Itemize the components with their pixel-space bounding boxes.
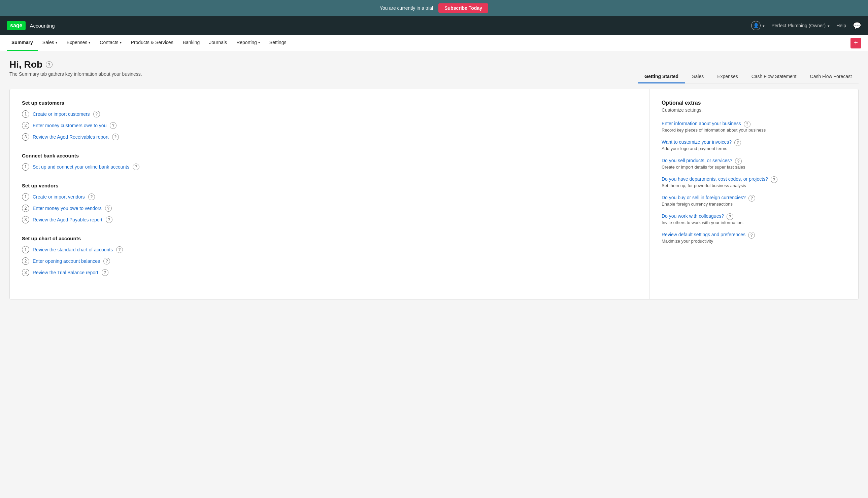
tab-cash-flow-statement[interactable]: Cash Flow Statement [745,70,803,83]
help-icon-chart-accounts[interactable]: ? [116,246,123,253]
help-link[interactable]: Help [836,23,846,28]
link-customize-invoices[interactable]: Want to customize your invoices? [662,139,731,145]
nav-item-expenses[interactable]: Expenses ▾ [62,35,95,51]
user-area[interactable]: 👤 [751,21,765,30]
link-colleagues[interactable]: Do you work with colleagues? [662,213,724,219]
title-help-icon[interactable]: ? [46,61,53,68]
tab-getting-started[interactable]: Getting Started [638,70,685,83]
link-sell-products[interactable]: Do you sell products, or services? [662,158,732,163]
link-business-info[interactable]: Enter information about your business [662,121,741,126]
section-title-vendors: Set up vendors [22,183,637,188]
app-name: Accounting [30,23,54,29]
reporting-chevron: ▾ [258,41,260,44]
nav-item-reporting[interactable]: Reporting ▾ [232,35,264,51]
expenses-chevron: ▾ [89,41,90,44]
link-connect-bank[interactable]: Set up and connect your online bank acco… [33,164,129,170]
optional-item-default-settings: Review default settings and preferences … [662,232,846,244]
main-panel: Set up customers 1 Create or import cust… [10,89,858,300]
nav-item-journals[interactable]: Journals [204,35,232,51]
step-item: 2 Enter opening account balances ? [22,258,637,265]
desc-colleagues: Invite others to work with your informat… [662,220,846,225]
company-chevron [828,23,830,28]
link-create-import-vendors[interactable]: Create or import vendors [33,194,85,199]
page-subtitle: The Summary tab gathers key information … [10,71,142,77]
link-foreign-currencies[interactable]: Do you buy or sell in foreign currencies… [662,195,746,200]
section-title-customers: Set up customers [22,100,637,106]
tab-cash-flow-forecast[interactable]: Cash Flow Forecast [803,70,858,83]
tab-expenses[interactable]: Expenses [710,70,744,83]
help-icon-sell-products[interactable]: ? [735,158,742,165]
link-review-aged-receivables[interactable]: Review the Aged Receivables report [33,134,109,140]
help-icon-create-customers[interactable]: ? [93,111,100,117]
top-nav: sage Accounting 👤 Perfect Plumbing (Owne… [0,16,868,35]
help-icon-connect-bank[interactable]: ? [133,163,139,170]
help-icon-aged-receivables[interactable]: ? [112,134,119,140]
nav-item-banking[interactable]: Banking [178,35,205,51]
optional-item-sell-products: Do you sell products, or services? ? Cre… [662,158,846,170]
link-review-chart-accounts[interactable]: Review the standard chart of accounts [33,247,113,252]
page-content: Hi, Rob ? The Summary tab gathers key in… [0,51,868,307]
step-item: 1 Create or import customers ? [22,110,637,118]
left-section: Set up customers 1 Create or import cust… [10,89,649,299]
help-icon-trial-balance[interactable]: ? [102,269,108,276]
header-row: Hi, Rob ? The Summary tab gathers key in… [10,59,858,83]
main-nav-items: Summary Sales ▾ Expenses ▾ Contacts ▾ Pr… [7,35,851,51]
help-icon-colleagues[interactable]: ? [727,213,733,220]
step-item: 1 Set up and connect your online bank ac… [22,163,637,171]
help-icon-departments[interactable]: ? [771,176,777,183]
add-button[interactable]: + [851,38,861,49]
nav-item-settings[interactable]: Settings [264,35,291,51]
link-enter-opening-balances[interactable]: Enter opening account balances [33,259,100,264]
help-icon-currencies[interactable]: ? [749,195,755,201]
help-icon-invoices[interactable]: ? [734,139,741,146]
help-icon-money-vendors[interactable]: ? [105,205,112,212]
top-nav-right: 👤 Perfect Plumbing (Owner) Help 💬 [751,21,861,30]
desc-business-info: Record key pieces of information about y… [662,128,846,133]
sales-chevron: ▾ [55,41,57,44]
chat-icon[interactable]: 💬 [853,22,861,30]
step-item: 2 Enter money you owe to vendors ? [22,205,637,212]
help-icon-create-vendors[interactable]: ? [88,194,95,200]
nav-item-summary[interactable]: Summary [7,35,38,51]
link-departments[interactable]: Do you have departments, cost codes, or … [662,176,768,182]
nav-item-sales[interactable]: Sales ▾ [38,35,62,51]
section-title-chart: Set up chart of accounts [22,236,637,241]
logo-area: sage Accounting [7,21,55,30]
step-num-chart-2: 2 [22,258,29,265]
step-item: 3 Review the Trial Balance report ? [22,269,637,276]
desc-default-settings: Maximize your productivity [662,239,846,244]
trial-banner: You are currently in a trial Subscribe T… [0,0,868,16]
user-chevron [763,23,765,28]
subscribe-button[interactable]: Subscribe Today [438,3,488,13]
optional-item-customize-invoices: Want to customize your invoices? ? Add y… [662,139,846,151]
help-icon-business-info[interactable]: ? [744,121,751,128]
user-icon: 👤 [751,21,761,30]
help-icon-default-settings[interactable]: ? [748,232,755,239]
link-enter-money-owe-vendors[interactable]: Enter money you owe to vendors [33,206,102,211]
help-icon-aged-payables[interactable]: ? [106,217,113,223]
link-default-settings[interactable]: Review default settings and preferences [662,232,746,237]
link-create-import-customers[interactable]: Create or import customers [33,112,90,117]
section-connect-bank: Connect bank accounts 1 Set up and conne… [22,153,637,171]
company-label: Perfect Plumbing (Owner) [772,23,826,28]
page-header: Hi, Rob ? The Summary tab gathers key in… [10,59,142,77]
link-review-aged-payables[interactable]: Review the Aged Payables report [33,217,102,222]
company-area[interactable]: Perfect Plumbing (Owner) [772,23,830,28]
help-icon-money-customers[interactable]: ? [110,122,116,129]
page-title: Hi, Rob ? [10,59,142,70]
step-num-vendor-3: 3 [22,216,29,223]
section-setup-vendors: Set up vendors 1 Create or import vendor… [22,183,637,223]
nav-item-products-services[interactable]: Products & Services [126,35,178,51]
help-icon-opening-balances[interactable]: ? [103,258,110,264]
trial-message: You are currently in a trial [380,5,433,11]
link-review-trial-balance[interactable]: Review the Trial Balance report [33,270,98,275]
step-item: 3 Review the Aged Receivables report ? [22,133,637,141]
desc-customize-invoices: Add your logo and payment terms [662,146,846,151]
desc-departments: Set them up, for powerful business analy… [662,183,846,188]
step-num-2: 2 [22,122,29,129]
nav-item-contacts[interactable]: Contacts ▾ [95,35,126,51]
optional-subtitle: Customize settings. [662,107,846,113]
tab-sales[interactable]: Sales [685,70,710,83]
link-enter-money-customers-owe[interactable]: Enter money customers owe to you [33,123,106,128]
step-num-vendor-2: 2 [22,205,29,212]
